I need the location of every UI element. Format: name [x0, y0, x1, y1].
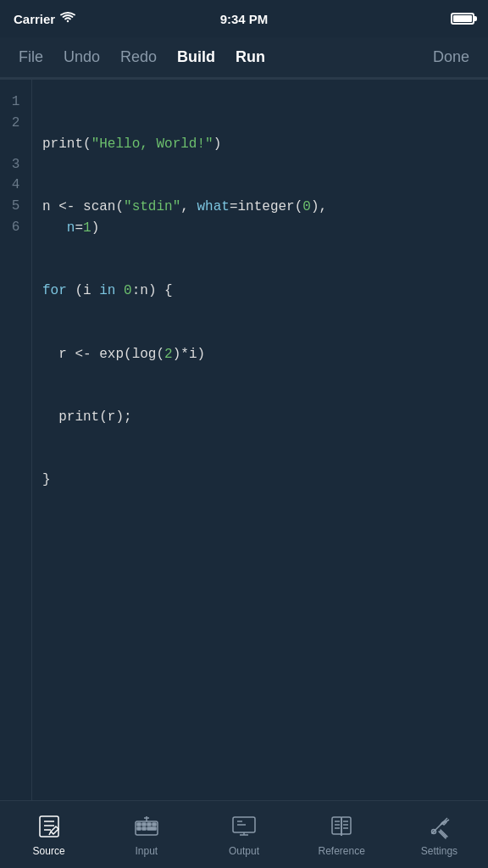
svg-rect-12	[147, 827, 156, 830]
reference-icon	[328, 813, 355, 840]
menu-bar: File Undo Redo Build Run Done	[0, 37, 488, 78]
carrier-label: Carrier	[14, 12, 55, 26]
tab-input-label: Input	[135, 845, 158, 857]
tab-source[interactable]: Source	[0, 804, 97, 865]
settings-icon	[425, 813, 452, 840]
output-icon	[230, 813, 258, 840]
tab-settings[interactable]: Settings	[391, 804, 488, 865]
svg-rect-8	[147, 823, 151, 826]
svg-rect-6	[137, 823, 141, 826]
battery-icon	[451, 13, 474, 25]
tab-source-label: Source	[33, 845, 65, 857]
line-num-5: 5	[0, 196, 31, 217]
menu-redo[interactable]: Redo	[112, 43, 165, 71]
code-line-2: n <- scan("stdin", what=integer(0), n=1)	[42, 197, 478, 239]
carrier-info: Carrier	[14, 12, 75, 26]
tab-reference[interactable]: Reference	[293, 804, 391, 865]
tab-settings-label: Settings	[421, 845, 458, 857]
input-icon	[133, 813, 160, 840]
battery-fill	[453, 15, 472, 22]
svg-rect-7	[142, 823, 146, 826]
menu-undo[interactable]: Undo	[55, 43, 108, 71]
svg-rect-11	[142, 827, 146, 830]
line-num-6: 6	[0, 217, 31, 238]
code-line-5: print(r);	[42, 407, 478, 428]
tab-output[interactable]: Output	[195, 804, 292, 865]
line-num-3: 3	[0, 154, 31, 175]
status-bar: Carrier 9:34 PM	[0, 0, 488, 37]
source-icon	[36, 813, 63, 840]
status-time: 9:34 PM	[220, 12, 269, 26]
tab-input[interactable]: Input	[97, 804, 195, 865]
wifi-icon	[60, 12, 75, 26]
tab-reference-label: Reference	[319, 845, 365, 857]
code-line-4: r <- exp(log(2)*i)	[42, 344, 478, 365]
line-num-4: 4	[0, 175, 31, 196]
svg-rect-10	[137, 827, 141, 830]
menu-build[interactable]: Build	[169, 43, 224, 71]
code-editor[interactable]: 1 2 3 4 5 6 print("Hello, World!") n <- …	[0, 80, 488, 800]
menu-done[interactable]: Done	[424, 43, 478, 71]
menu-file[interactable]: File	[10, 43, 52, 71]
code-line-3: for (i in 0:n) {	[42, 281, 478, 302]
menu-run[interactable]: Run	[227, 43, 274, 71]
code-line-1: print("Hello, World!")	[42, 134, 478, 155]
tab-bar: Source Input	[0, 800, 488, 868]
svg-rect-9	[152, 823, 156, 826]
line-num-1: 1	[0, 92, 31, 113]
code-line-6: }	[42, 470, 478, 491]
line-num-2: 2	[0, 113, 31, 134]
line-numbers: 1 2 3 4 5 6	[0, 80, 32, 800]
svg-line-4	[49, 832, 51, 835]
tab-output-label: Output	[229, 845, 259, 857]
battery-indicator	[451, 13, 474, 25]
code-content[interactable]: print("Hello, World!") n <- scan("stdin"…	[32, 80, 488, 800]
